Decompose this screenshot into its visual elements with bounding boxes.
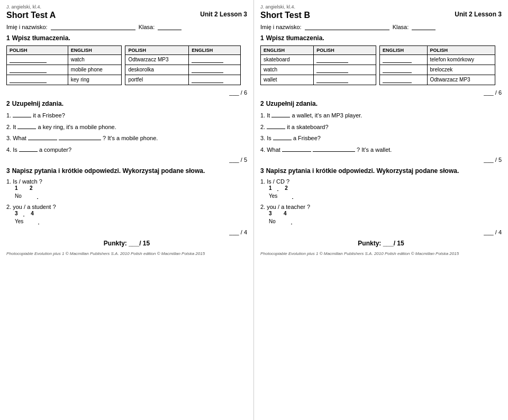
cell-polish-r5: breloczek	[427, 65, 495, 75]
section1-table1-right: ENGLISH POLISH skateboard watch	[260, 45, 376, 85]
col-polish2-left: POLISH	[125, 46, 189, 55]
col-polish-left: POLISH	[7, 46, 68, 55]
punkty-left: Punkty: ___/ 15	[6, 240, 247, 247]
unit-label-right: Unit 2 Lesson 3	[455, 11, 502, 18]
footer-right: Photocopiable Evolution plus 1 © Macmill…	[260, 251, 502, 256]
cell-english-6	[189, 75, 241, 85]
cell-polish-6: portfel	[125, 75, 189, 85]
cell-english-r5	[379, 65, 427, 75]
table-row: skateboard	[261, 55, 376, 65]
sentence-r2: 2. it a skateboard?	[260, 123, 502, 132]
cell-polish-1	[7, 55, 68, 65]
cell-polish-2	[7, 65, 68, 75]
section3-title-right: Napisz pytania i krótkie odpowiedzi. Wyk…	[266, 167, 459, 175]
journal-header-left: J. angielski, kl.4.	[6, 4, 247, 10]
short-test-b: J. angielski, kl.4. Short Test B Unit 2 …	[254, 0, 508, 420]
table-row: mobile phone	[7, 65, 122, 75]
sentence-r4: 4. What ? It's a wallet.	[260, 145, 502, 154]
table-row: wallet	[261, 75, 376, 85]
klasa-label-left: Klasa:	[139, 24, 155, 30]
score-section1-left: ___ / 6	[6, 89, 247, 96]
cell-polish-r3	[314, 75, 376, 85]
test-title-left: Short Test A	[6, 11, 56, 20]
klasa-field-right[interactable]	[412, 23, 436, 30]
section3-item1-right: 1. Is / CD ? 1 Yes 2	[260, 178, 502, 200]
cell-polish-4: Odtwarzacz MP3	[125, 55, 189, 65]
cell-polish-r4: telefon komórkowy	[427, 55, 495, 65]
col-polish2-right: POLISH	[427, 46, 495, 55]
section2-title-left: Uzupełnij zdania.	[12, 100, 64, 107]
section3-q1-right: 1. Is / CD ?	[260, 178, 502, 185]
col-english-left: ENGLISH	[68, 46, 122, 55]
score-section1-right: ___ / 6	[260, 89, 502, 96]
score-section3-right: ___ / 4	[260, 229, 502, 235]
sentence-r1: 1. It a wallet, it's an MP3 player.	[260, 111, 502, 120]
table-row: breloczek	[379, 65, 495, 75]
section2-sentences-right: 1. It a wallet, it's an MP3 player. 2. i…	[260, 111, 502, 154]
section3-item2-right: 2. you / a teacher ? 3 No 4	[260, 204, 502, 226]
test-title-right: Short Test B	[260, 11, 310, 20]
cell-english-3: key ring	[68, 75, 122, 85]
cell-english-r3: wallet	[261, 75, 314, 85]
table-row: deskorolka	[125, 65, 240, 75]
section3-q2-left: 2. you / a student ?	[6, 204, 247, 210]
name-label-right: Imię i nazwisko:	[260, 24, 302, 30]
section3-number-left: 3	[6, 167, 10, 175]
cell-english-4	[189, 55, 241, 65]
sentence-r3: 3. Is a Frisbee?	[260, 134, 502, 143]
section1-table1-left: POLISH ENGLISH watch mobile phone	[6, 45, 122, 85]
cell-english-r2: watch	[261, 65, 314, 75]
cell-polish-r6: Odtwarzacz MP3	[427, 75, 495, 85]
cell-english-r4	[379, 55, 427, 65]
cell-english-2: mobile phone	[68, 65, 122, 75]
klasa-field-left[interactable]	[158, 23, 182, 30]
section2-number-left: 2	[6, 100, 10, 107]
name-label-left: Imię i nazwisko:	[6, 24, 48, 30]
col-english-right: ENGLISH	[261, 46, 314, 55]
sentence-2: 2. It a key ring, it's a mobile phone.	[6, 123, 247, 132]
journal-header-right: J. angielski, kl.4.	[260, 4, 502, 10]
table-row: telefon komórkowy	[379, 55, 495, 65]
table-row: portfel	[125, 75, 240, 85]
footer-left: Photocopiable Evolution plus 1 © Macmill…	[6, 251, 247, 256]
sentence-4: 4. Is a computer?	[6, 145, 247, 154]
section3-q1-left: 1. Is / watch ?	[6, 178, 247, 185]
section1-title-left: Wpisz tłumaczenia.	[12, 34, 70, 42]
section3-item1-left: 1. Is / watch ? 1 No 2	[6, 178, 247, 200]
name-field-left[interactable]	[51, 23, 135, 30]
section3-number-right: 3	[260, 167, 264, 175]
unit-label-left: Unit 2 Lesson 3	[200, 11, 247, 18]
cell-english-r6	[379, 75, 427, 85]
section1-table2-right: ENGLISH POLISH telefon komórkowy brelocz…	[379, 45, 495, 85]
sentence-1: 1. it a Frisbee?	[6, 111, 247, 120]
name-field-right[interactable]	[305, 23, 389, 30]
cell-english-5	[189, 65, 241, 75]
section1-number-left: 1	[6, 34, 10, 42]
table-row: key ring	[7, 75, 122, 85]
section1-number-right: 1	[260, 34, 264, 42]
cell-english-1: watch	[68, 55, 122, 65]
table-row: watch	[7, 55, 122, 65]
section2-sentences-left: 1. it a Frisbee? 2. It a key ring, it's …	[6, 111, 247, 154]
section2-title-right: Uzupełnij zdania.	[266, 100, 318, 107]
table-row: Odtwarzacz MP3	[379, 75, 495, 85]
punkty-right: Punkty: ___/ 15	[260, 240, 502, 247]
table-row: Odtwarzacz MP3	[125, 55, 240, 65]
section3-q2-right: 2. you / a teacher ?	[260, 204, 502, 210]
col-english2-right: ENGLISH	[379, 46, 427, 55]
section1-title-right: Wpisz tłumaczenia.	[266, 34, 324, 42]
score-section3-left: ___ / 4	[6, 229, 247, 235]
table-row: watch	[261, 65, 376, 75]
sentence-3: 3. What ? It's a mobile phone.	[6, 134, 247, 143]
col-polish-right: POLISH	[314, 46, 376, 55]
section2-number-right: 2	[260, 100, 264, 107]
cell-english-r1: skateboard	[261, 55, 314, 65]
col-english2-left: ENGLISH	[189, 46, 241, 55]
section3-item2-left: 2. you / a student ? 3 Yes 4	[6, 204, 247, 226]
cell-polish-r1	[314, 55, 376, 65]
score-section2-left: ___ / 5	[6, 157, 247, 163]
score-section2-right: ___ / 5	[260, 157, 502, 163]
section3-title-left: Napisz pytania i krótkie odpowiedzi. Wyk…	[12, 167, 205, 175]
klasa-label-right: Klasa:	[393, 24, 409, 30]
cell-polish-5: deskorolka	[125, 65, 189, 75]
